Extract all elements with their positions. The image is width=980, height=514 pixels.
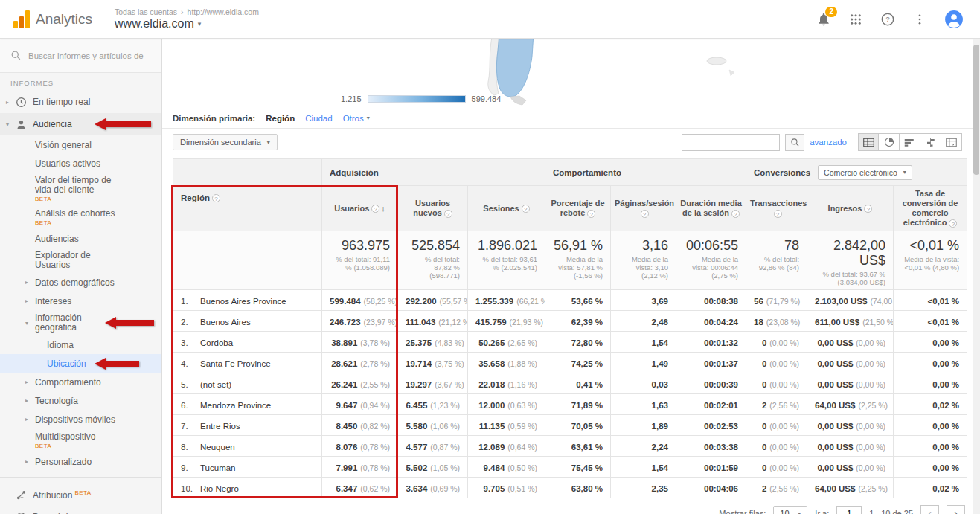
primary-dimension-city[interactable]: Ciudad — [305, 114, 332, 123]
region-cell: 3.Cordoba — [173, 332, 322, 353]
goto-page-input[interactable] — [836, 506, 862, 514]
metric-value: 00:04:06 — [704, 484, 738, 493]
analytics-logo[interactable]: Analytics — [0, 10, 92, 28]
column-header-duracion-media-de-la-sesion[interactable]: Duración media de la sesión? — [676, 186, 746, 231]
user-avatar[interactable] — [944, 10, 964, 29]
region-link[interactable]: Tucuman — [200, 463, 236, 472]
sidebar-search[interactable] — [0, 39, 161, 73]
table-search-button[interactable] — [785, 134, 804, 151]
sidebar-item-en-tiempo-real[interactable]: ▸En tiempo real — [0, 91, 161, 113]
sidebar-item-atribucion[interactable]: AtribuciónBETA — [0, 484, 161, 506]
sidebar-item-tecnologia[interactable]: ▸Tecnología — [0, 391, 161, 410]
sidebar-item-personalizado[interactable]: ▸Personalizado — [0, 452, 161, 471]
sidebar-item-usuarios-activos[interactable]: Usuarios activos — [0, 154, 161, 173]
apps-grid-button[interactable] — [849, 13, 862, 26]
help-button[interactable]: ? — [880, 12, 895, 27]
breadcrumb-property[interactable]: http://www.eldia.com — [188, 7, 259, 16]
sidebar-item-informacion-geografica[interactable]: ▾Información geográfica — [0, 310, 161, 335]
discover-icon — [16, 512, 33, 514]
help-icon[interactable]: ? — [212, 194, 220, 202]
column-header-porcentaje-de-rebote[interactable]: Porcentaje de rebote? — [545, 186, 611, 231]
annotation-arrow-audiencia — [95, 118, 151, 130]
column-header-transacciones[interactable]: Transacciones? — [746, 186, 807, 231]
column-header-sesiones[interactable]: Sesiones? — [468, 186, 545, 231]
toolbar-right: avanzado — [682, 133, 962, 151]
help-icon[interactable]: ? — [587, 210, 595, 218]
column-header-paginas-sesion[interactable]: Páginas/sesión? — [611, 186, 676, 231]
primary-dimension-region[interactable]: Región — [266, 114, 295, 123]
help-icon[interactable]: ? — [731, 210, 740, 218]
metric-value: 63,80 % — [571, 484, 603, 493]
pivot-view-button[interactable] — [941, 133, 962, 151]
column-header-ingresos[interactable]: Ingresos? — [807, 186, 894, 231]
help-icon[interactable]: ? — [444, 210, 452, 218]
column-header-tasa-de-conversion-de-comercio-electronico[interactable]: Tasa de conversión de comercio electróni… — [894, 186, 967, 231]
column-header-region[interactable]: Región? — [173, 186, 322, 231]
table-view-button[interactable] — [858, 133, 879, 151]
sidebar-item-descubrir[interactable]: Descubrir — [0, 506, 161, 514]
comparison-view-button[interactable] — [920, 133, 941, 151]
ecommerce-selector[interactable]: Comercio electrónico▾ — [818, 165, 912, 180]
secondary-dimension-button[interactable]: Dimensión secundaria ▾ — [173, 134, 278, 150]
metric-cell: 00:04:06 — [676, 478, 746, 498]
metric-value: 72,80 % — [571, 338, 603, 347]
top-icons: 2 ? — [816, 10, 980, 29]
metric-value: 1,63 — [652, 401, 668, 410]
geo-map[interactable] — [162, 39, 973, 108]
metric-value: 0 — [762, 463, 766, 472]
breadcrumb-accounts[interactable]: Todas las cuentas — [115, 7, 177, 16]
help-icon[interactable]: ? — [522, 205, 530, 213]
metric-cell: 63,80 % — [545, 478, 611, 498]
region-link[interactable]: Entre Rios — [200, 422, 240, 431]
metric-cell: 7.991(0,78 %) — [322, 457, 398, 478]
column-header-usuarios-nuevos[interactable]: Usuarios nuevos? — [398, 186, 468, 231]
region-link[interactable]: Santa Fe Province — [200, 359, 271, 368]
sidebar-item-audiencia[interactable]: ▾Audiencia — [0, 113, 161, 135]
advanced-search-link[interactable]: avanzado — [810, 138, 847, 147]
region-link[interactable]: Mendoza Province — [200, 401, 271, 410]
account-selector[interactable]: www.eldia.com ▾ — [115, 17, 259, 30]
sidebar-item-audiencias[interactable]: Audiencias — [0, 229, 161, 248]
help-icon[interactable]: ? — [641, 210, 649, 218]
sidebar-item-dispositivos-moviles[interactable]: ▸Dispositivos móviles — [0, 410, 161, 428]
region-link[interactable]: (not set) — [200, 380, 231, 389]
sidebar-item-valor-del-tiempo-de-vida-del-cliente[interactable]: Valor del tiempo de vida del clienteBETA — [0, 173, 161, 205]
sidebar-item-datos-demograficos[interactable]: ▸Datos demográficos — [0, 273, 161, 292]
more-menu-button[interactable] — [913, 13, 926, 26]
notifications-button[interactable]: 2 — [816, 12, 831, 27]
percentage-view-button[interactable] — [879, 133, 900, 151]
table-search-input[interactable] — [682, 134, 780, 151]
sidebar-item-ubicacion[interactable]: Ubicación — [0, 354, 161, 373]
metric-cell: 2(2,56 %) — [746, 478, 807, 498]
region-link[interactable]: Neuquen — [200, 443, 235, 452]
help-icon[interactable]: ? — [864, 205, 872, 213]
rows-per-page-select[interactable]: 10 ▾ — [773, 506, 807, 514]
help-icon[interactable]: ? — [949, 219, 957, 228]
notification-badge: 2 — [825, 7, 837, 17]
sidebar-item-analisis-de-cohortes[interactable]: Análisis de cohortesBETA — [0, 205, 161, 229]
help-icon[interactable]: ? — [774, 210, 782, 218]
region-link[interactable]: Cordoba — [200, 338, 233, 347]
column-header-usuarios[interactable]: Usuarios?↓ — [322, 186, 398, 231]
performance-view-button[interactable] — [900, 133, 920, 151]
page-scrollbar[interactable] — [973, 39, 980, 514]
metric-value: 0,00 % — [932, 359, 959, 368]
primary-dimension-other[interactable]: Otros ▾ — [343, 114, 370, 123]
sidebar-item-explorador-de-usuarios[interactable]: Explorador de Usuarios — [0, 248, 161, 273]
next-page-button[interactable]: › — [947, 505, 965, 514]
table-view-icon — [863, 138, 874, 147]
help-icon[interactable]: ? — [371, 205, 379, 213]
sidebar-search-input[interactable] — [28, 51, 147, 60]
metric-value: 2 — [762, 484, 766, 493]
sidebar-item-intereses[interactable]: ▸Intereses — [0, 292, 161, 310]
sidebar-item-vision-general[interactable]: Visión general — [0, 135, 161, 154]
scrollbar-thumb[interactable] — [973, 45, 979, 175]
sidebar-item-comportamiento[interactable]: ▸Comportamiento — [0, 373, 161, 391]
previous-page-button[interactable]: ‹ — [920, 505, 939, 514]
region-link[interactable]: Buenos Aires Province — [200, 297, 286, 306]
region-link[interactable]: Rio Negro — [200, 484, 239, 493]
sidebar-item-multidispositivo[interactable]: MultidispositivoBETA — [0, 428, 161, 452]
breadcrumb[interactable]: Todas las cuentas › http://www.eldia.com — [115, 7, 259, 16]
sidebar-item-idioma[interactable]: Idioma — [0, 335, 161, 354]
region-link[interactable]: Buenos Aires — [200, 318, 251, 327]
